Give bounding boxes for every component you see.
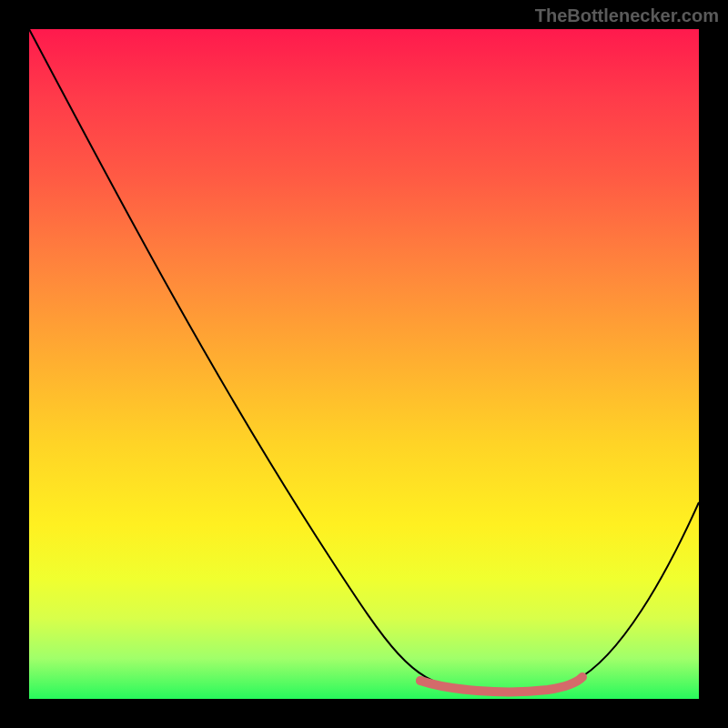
chart-background-gradient <box>29 29 699 699</box>
chart-plot-area <box>29 29 699 699</box>
watermark-text: TheBottlenecker.com <box>535 5 719 26</box>
